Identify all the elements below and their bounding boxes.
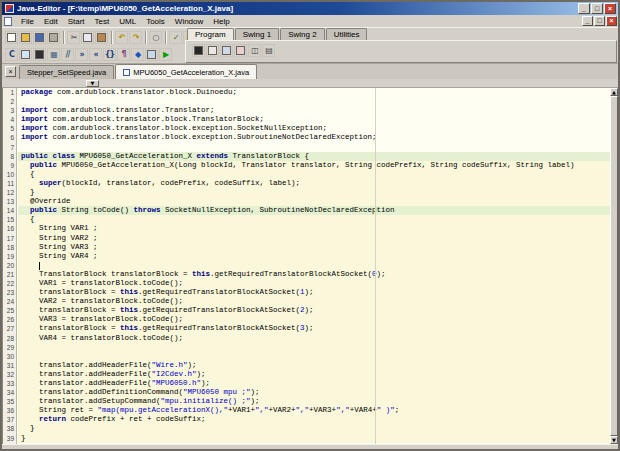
outdent-icon[interactable]: «	[89, 48, 102, 61]
code-line[interactable]: }	[18, 434, 610, 443]
line-number: 7	[3, 143, 16, 152]
code-line[interactable]: String VAR3 ;	[18, 243, 610, 252]
code-line[interactable]: import com.ardublock.translator.block.Tr…	[18, 115, 610, 124]
code-line[interactable]: translator.addSetupCommand("mpu.initiali…	[18, 397, 610, 406]
menu-edit[interactable]: Edit	[39, 16, 63, 27]
code-line[interactable]: String ret = "map(mpu.getAccelerationX()…	[18, 406, 610, 415]
code-line[interactable]: }	[18, 424, 610, 433]
bracket-match-icon[interactable]: {}	[103, 48, 116, 61]
code-line[interactable]: String VAR4 ;	[18, 252, 610, 261]
mdi-restore-button[interactable]: □	[594, 16, 605, 26]
code-line[interactable]: VAR2 = translatorBlock.toCode();	[18, 297, 610, 306]
bookmark-icon[interactable]: ◆	[131, 48, 144, 61]
paste-icon[interactable]	[95, 31, 108, 44]
mdi-minimize-button[interactable]: _	[582, 16, 593, 26]
minimize-button[interactable]: _	[578, 3, 590, 14]
code-line[interactable]: TranslatorBlock translatorBlock = this.g…	[18, 270, 610, 279]
title-bar[interactable]: Java-Editor - [F:\temp\MPU6050_GetAccele…	[2, 2, 618, 15]
code-line[interactable]: import com.ardublock.translator.block.ex…	[18, 133, 610, 142]
code-line[interactable]	[18, 352, 610, 361]
structogram-icon[interactable]: ▦	[47, 48, 60, 61]
menu-window[interactable]: Window	[170, 16, 208, 27]
scroll-up-button[interactable]: ▲	[610, 88, 618, 96]
code-line[interactable]	[18, 343, 610, 352]
code-line[interactable]: return codePrefix + ret + codeSuffix;	[18, 415, 610, 424]
code-editor[interactable]: 1234567891011121314151617181920212223242…	[2, 88, 610, 444]
code-line[interactable]: public String toCode() throws SocketNull…	[18, 206, 610, 215]
file-tab-stepper_setspeed.java[interactable]: Stepper_SetSpeed.java	[19, 65, 114, 79]
console-program-icon[interactable]	[192, 44, 205, 57]
maximize-button[interactable]: □	[591, 3, 603, 14]
line-number: 19	[3, 252, 16, 261]
code-line[interactable]: public MPU6050_GetAcceleration_X(Long bl…	[18, 161, 610, 170]
menu-test[interactable]: Test	[90, 16, 115, 27]
comment-toggle-icon[interactable]: //	[61, 48, 74, 61]
line-number: 23	[3, 288, 16, 297]
uml-diagram-icon[interactable]	[19, 48, 32, 61]
code-line[interactable]: translator.addHeaderFile("Wire.h");	[18, 361, 610, 370]
code-line[interactable]: translator.addHeaderFile("MPU6050.h");	[18, 379, 610, 388]
compile-icon[interactable]: ✓	[169, 31, 182, 44]
code-line[interactable]: {	[18, 170, 610, 179]
jframe-program-icon[interactable]: ◫	[248, 44, 261, 57]
menu-help[interactable]: Help	[208, 16, 234, 27]
run-program-icon[interactable]: ▶	[159, 48, 172, 61]
search-icon[interactable]: ○	[149, 31, 162, 44]
code-line[interactable]: String VAR1 ;	[18, 224, 610, 233]
code-line[interactable]: @Override	[18, 197, 610, 206]
undo-icon[interactable]: ↶	[115, 31, 128, 44]
line-number: 2	[3, 97, 16, 106]
redo-icon[interactable]: ↷	[129, 31, 142, 44]
code-line[interactable]: super(blockId, translator, codePrefix, c…	[18, 179, 610, 188]
bookmark-dropdown[interactable]: ▼	[86, 80, 99, 87]
save-icon[interactable]	[33, 31, 46, 44]
code-line[interactable]: translatorBlock = this.getRequiredTransl…	[18, 306, 610, 315]
code-line[interactable]: VAR3 = translatorBlock.toCode();	[18, 315, 610, 324]
applet-viewer-icon[interactable]	[145, 48, 158, 61]
frame-program-icon[interactable]	[206, 44, 219, 57]
indent-icon[interactable]: »	[75, 48, 88, 61]
menu-start[interactable]: Start	[63, 16, 90, 27]
code-line[interactable]: translatorBlock = this.getRequiredTransl…	[18, 324, 610, 333]
code-line[interactable]: public class MPU6050_GetAcceleration_X e…	[18, 152, 610, 161]
menu-file[interactable]: File	[16, 16, 39, 27]
mdi-close-button[interactable]: ×	[606, 16, 617, 26]
code-line[interactable]	[18, 143, 610, 152]
code-line[interactable]: VAR1 = translatorBlock.toCode();	[18, 279, 610, 288]
dialog-program-icon[interactable]	[220, 44, 233, 57]
file-tab-mpu6050_getacceleration_x.java[interactable]: MPU6050_GetAcceleration_X.java	[115, 64, 257, 79]
open-folder-icon[interactable]	[19, 31, 32, 44]
copy-icon[interactable]	[81, 31, 94, 44]
line-number: 12	[3, 188, 16, 197]
code-line[interactable]: }	[18, 188, 610, 197]
code-format-icon[interactable]: ¶	[117, 48, 130, 61]
control-structures-icon[interactable]: ▤	[262, 44, 275, 57]
menu-tools[interactable]: Tools	[141, 16, 170, 27]
code-line[interactable]	[18, 261, 610, 270]
new-file-icon[interactable]	[5, 31, 18, 44]
cut-icon[interactable]: ✂	[67, 31, 80, 44]
applet-program-icon[interactable]	[234, 44, 247, 57]
code-line[interactable]	[18, 97, 610, 106]
code-line[interactable]: import com.ardublock.translator.block.ex…	[18, 124, 610, 133]
code-line[interactable]: translator.addDefinitionCommand("MPU6050…	[18, 388, 610, 397]
java-file-icon	[123, 69, 130, 76]
code-line[interactable]: translator.addHeaderFile("I2Cdev.h");	[18, 370, 610, 379]
code-line[interactable]: package com.ardublock.translator.block.D…	[18, 88, 610, 97]
code-line[interactable]: VAR4 = translatorBlock.toCode();	[18, 334, 610, 343]
code-area[interactable]: package com.ardublock.translator.block.D…	[18, 88, 610, 444]
code-line[interactable]: translatorBlock = this.getRequiredTransl…	[18, 288, 610, 297]
code-line[interactable]: String VAR2 ;	[18, 234, 610, 243]
vertical-scrollbar[interactable]: ▲ ▼	[610, 88, 618, 444]
print-icon[interactable]	[47, 31, 60, 44]
console-window-icon[interactable]	[33, 48, 46, 61]
new-class-icon[interactable]: C	[5, 48, 18, 61]
close-button[interactable]: ×	[604, 3, 616, 14]
scrollbar-thumb[interactable]	[610, 96, 618, 436]
close-tab-button[interactable]: ×	[5, 66, 16, 77]
menu-uml[interactable]: UML	[114, 16, 141, 27]
code-line[interactable]: import com.ardublock.translator.Translat…	[18, 106, 610, 115]
code-line[interactable]: {	[18, 215, 610, 224]
navigation-strip: ▼	[2, 79, 618, 88]
scroll-down-button[interactable]: ▼	[610, 436, 618, 444]
